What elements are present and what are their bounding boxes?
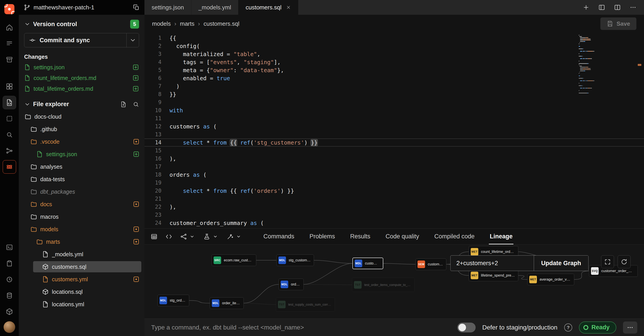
code-icon[interactable] (166, 233, 172, 240)
lineage-node-orders[interactable]: MDLorders (278, 279, 304, 290)
more-options-button[interactable] (623, 322, 637, 334)
lineage-node-test_order_items[interactable]: TSTtest_order_items_compute_to_bools_cor… (352, 278, 414, 292)
breadcrumb-item[interactable]: models (152, 20, 171, 27)
tree-item-settings-json[interactable]: settings.json (19, 148, 144, 160)
lineage-node-order_items[interactable]: MDLorder_items (210, 297, 244, 309)
minimap[interactable] (579, 35, 604, 94)
user-avatar[interactable] (4, 321, 15, 333)
code-line-19[interactable]: 19 (144, 179, 644, 187)
code-line-7[interactable]: 7 ) (144, 82, 644, 90)
help-icon[interactable]: ? (564, 324, 572, 332)
code-line-5[interactable]: 5 meta = {"owner": "data-team"}, (144, 66, 644, 74)
code-line-10[interactable]: 10with (144, 106, 644, 114)
lineage-node-stg_customers[interactable]: MDLstg_customers (276, 255, 314, 266)
tree-item-locations-sql[interactable]: locations.sql (19, 286, 144, 298)
selector-input[interactable]: 2+customers+2 (450, 256, 534, 271)
code-line-20[interactable]: 20 select * from {{ ref('orders') }} (144, 187, 644, 195)
code-line-15[interactable]: 15 (144, 147, 644, 155)
activity-history-button[interactable] (3, 273, 16, 286)
tree-item-data-tests[interactable]: data-tests (19, 173, 144, 185)
tree-item-docs[interactable]: docs (19, 198, 144, 210)
activity-graph-button[interactable] (3, 144, 16, 157)
stage-file-icon[interactable] (132, 75, 139, 81)
code-line-4[interactable]: 4 tags = ["events", "staging"], (144, 58, 644, 66)
update-graph-button[interactable]: Update Graph (534, 256, 588, 271)
ai-actions-menu[interactable] (227, 233, 242, 240)
code-line-16[interactable]: 16), (144, 155, 644, 163)
activity-telescope-button[interactable] (3, 128, 16, 141)
stage-file-icon[interactable] (132, 64, 139, 71)
activity-frame-button[interactable] (3, 112, 16, 125)
tab--models-yml[interactable]: _models.yml (192, 0, 238, 15)
commit-and-sync-main[interactable]: Commit and sync (24, 33, 126, 47)
code-editor[interactable]: 1{{2 config(3 materialized = "table",4 t… (144, 33, 644, 228)
panel-tab-compiled-code[interactable]: Compiled code (427, 229, 482, 244)
test-menu[interactable] (204, 233, 219, 240)
commit-options-dropdown[interactable] (126, 33, 139, 47)
panel-tab-results[interactable]: Results (342, 229, 378, 244)
split-icon[interactable] (614, 4, 621, 11)
changed-file-row[interactable]: total_lifetime_orders.md (24, 83, 139, 94)
tree-item-dbt-packages[interactable]: dbt_packages (19, 185, 144, 198)
dbt-logo[interactable] (3, 3, 16, 15)
save-button[interactable]: Save (600, 17, 636, 30)
code-line-6[interactable]: 6 enabled = true (144, 74, 644, 82)
lineage-node-stg_orders[interactable]: MDLstg_orders (158, 295, 189, 306)
code-line-23[interactable]: 23 (144, 211, 644, 219)
tab-customers-sql[interactable]: customers.sql (238, 0, 298, 15)
code-line-22[interactable]: 22), (144, 203, 644, 211)
lineage-canvas[interactable]: 2+customers+2 Update Graph SRCecom.raw_c… (144, 245, 644, 319)
activity-grid-button[interactable] (3, 80, 16, 93)
tree-item-locations-yml[interactable]: locations.yml (19, 298, 144, 311)
code-line-17[interactable]: 17 (144, 163, 644, 171)
status-badge[interactable]: Ready (579, 322, 616, 334)
code-line-12[interactable]: 12customers as ( (144, 122, 644, 130)
tree-item--github[interactable]: .github (19, 123, 144, 135)
file-explorer-header[interactable]: File explorer (19, 94, 144, 110)
refresh-lineage-button[interactable] (618, 255, 630, 268)
defer-toggle[interactable] (457, 323, 476, 333)
lineage-node-average_order_value[interactable]: METaverage_order_value (527, 274, 574, 285)
code-line-11[interactable]: 11 (144, 114, 644, 122)
build-menu[interactable] (180, 233, 196, 240)
lineage-node-customers_sem[interactable]: SEMcustomers (416, 259, 446, 270)
code-line-24[interactable]: 24customer_orders_summary as ( (144, 219, 644, 227)
changed-file-row[interactable]: count_lifetime_orders.md (24, 73, 139, 83)
code-line-14[interactable]: 14 select * from {{ ref('stg_customers')… (144, 138, 644, 147)
activity-home-button[interactable] (3, 21, 16, 34)
tree-item-macros[interactable]: macros (19, 210, 144, 223)
results-table-icon[interactable] (151, 233, 158, 240)
lineage-node-raw_customers[interactable]: SRCecom.raw_customers (212, 255, 256, 266)
lineage-node-lifetime_spend_pretax[interactable]: METlifetime_spend_pretax (469, 270, 518, 281)
panel-tab-code-quality[interactable]: Code quality (378, 229, 427, 244)
code-line-21[interactable]: 21 (144, 195, 644, 203)
fullscreen-button[interactable] (601, 255, 614, 268)
code-line-13[interactable]: 13 (144, 130, 644, 138)
version-control-header[interactable]: Version control 5 (24, 19, 139, 29)
new-file-icon[interactable] (120, 101, 126, 107)
code-line-2[interactable]: 2 config( (144, 42, 644, 50)
code-line-8[interactable]: 8}} (144, 90, 644, 98)
panel-tab-commands[interactable]: Commands (256, 229, 302, 244)
activity-code-file-button[interactable] (3, 96, 16, 109)
code-line-3[interactable]: 3 materialized = "table", (144, 50, 644, 58)
lineage-node-test_supply_costs[interactable]: TSTtest_supply_costs_sum_correctly (276, 297, 335, 312)
tree-item-customers-yml[interactable]: customers.yml (19, 273, 144, 286)
code-line-9[interactable]: 9 (144, 98, 644, 106)
tab-settings-json[interactable]: settings.json (144, 0, 192, 15)
command-input[interactable]: Type a command, ex. dbt build --select <… (151, 324, 450, 331)
plus-icon[interactable] (583, 4, 590, 11)
panel-tab-problems[interactable]: Problems (302, 229, 342, 244)
activity-list-button[interactable] (3, 37, 16, 50)
activity-atom-button[interactable] (3, 160, 16, 173)
close-tab-icon[interactable] (286, 5, 291, 10)
breadcrumb-item[interactable]: marts (180, 20, 194, 27)
tree-item-models[interactable]: models (19, 223, 144, 236)
code-line-1[interactable]: 1{{ (144, 34, 644, 42)
changed-file-row[interactable]: settings.json (24, 62, 139, 73)
tree-item-analyses[interactable]: analyses (19, 160, 144, 173)
more-icon[interactable] (630, 4, 636, 11)
tree-item--models-yml[interactable]: _models.yml (19, 248, 144, 261)
columns-icon[interactable] (598, 4, 605, 11)
lineage-node-customers_mdl[interactable]: MDLcustomers (352, 258, 383, 269)
